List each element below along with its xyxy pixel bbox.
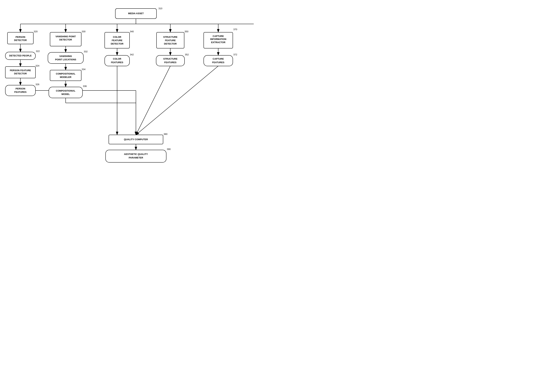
color-features-box: [105, 55, 130, 66]
capture-extractor-ref: 370: [233, 28, 237, 31]
capture-features-label2: FEATURES: [212, 61, 224, 64]
vp-detector-label: VANISHING POINT: [56, 35, 76, 38]
vp-locations-box: [48, 52, 83, 64]
person-detector-ref: 320: [34, 30, 38, 33]
person-detector-label2: DETECTOR: [14, 39, 27, 42]
color-detector-label: COLOR: [113, 36, 122, 38]
detected-people-label: DETECTED PEOPLE: [9, 54, 32, 57]
structure-features-label2: FEATURES: [164, 61, 176, 64]
person-features-label: PERSON: [16, 87, 25, 90]
person-features-ref: 326: [35, 83, 39, 86]
comp-modeler-ref: 334: [82, 68, 86, 71]
vp-detector-ref: 330: [82, 30, 86, 33]
color-features-label2: FEATURES: [111, 61, 123, 64]
aesthetic-quality-label: AESTHETIC QUALITY: [124, 153, 148, 155]
comp-model-label2: MODEL: [62, 93, 70, 95]
person-detector-label: PERSON: [16, 36, 25, 38]
comp-model-label: COMPOSITIONAL: [56, 89, 75, 92]
person-feature-detector-label: PERSON FEATURE: [10, 69, 31, 72]
quality-computer-label: QUALITY COMPUTER: [124, 138, 148, 141]
vp-detector-label2: DETECTOR: [59, 38, 72, 41]
person-features-label2: FEATURES: [14, 91, 26, 93]
comp-model-box: [49, 87, 83, 98]
vp-locations-label2: POINT LOCATIONS: [55, 58, 76, 61]
capture-features-box: [204, 55, 233, 66]
color-features-ref: 342: [130, 53, 134, 56]
color-features-label: COLOR: [113, 58, 122, 60]
media-asset-label: MEDIA ASSET: [128, 12, 144, 15]
structure-detector-ref: 350: [184, 30, 189, 33]
structure-features-ref: 352: [185, 53, 189, 56]
person-features-box: [5, 85, 35, 96]
comp-modeler-label: COMPOSITIONAL: [56, 72, 75, 75]
structure-detector-label3: DETECTOR: [164, 42, 177, 45]
aesthetic-quality-ref: 390: [167, 148, 171, 150]
person-feature-detector-label2: DETECTOR: [14, 72, 27, 75]
aesthetic-quality-label2: PARAMETER: [129, 156, 143, 159]
capture-features-ref: 372: [233, 53, 237, 56]
quality-computer-ref: 380: [164, 133, 167, 135]
structure-features-label: STRUCTURE: [163, 58, 177, 60]
capture-extractor-label3: EXTRACTOR: [211, 41, 225, 44]
capture-features-label: CAPTURE: [213, 58, 224, 60]
structure-detector-label2: FEATURE: [165, 39, 176, 42]
diagram-container: MEDIA ASSET 310 PERSON DETECTOR 320 DETE…: [0, 0, 272, 196]
comp-modeler-label2: MODELER: [60, 76, 72, 78]
color-detector-label3: DETECTOR: [111, 42, 124, 45]
aesthetic-quality-box: [106, 150, 166, 162]
color-detector-ref: 340: [130, 30, 134, 33]
color-detector-label2: FEATURE: [112, 39, 123, 42]
capture-extractor-label: CAPTURE: [213, 35, 224, 37]
structure-detector-label: STRUCTURE: [163, 36, 177, 38]
detected-people-ref: 322: [36, 50, 40, 53]
comp-modeler-box: [50, 70, 81, 81]
person-feature-detector-ref: 324: [35, 65, 39, 67]
vp-locations-label: VANISHING: [59, 55, 72, 58]
svg-line-22: [136, 66, 170, 135]
svg-line-24: [136, 66, 218, 135]
capture-extractor-label2: INFORMATION: [210, 38, 226, 41]
media-asset-ref: 310: [159, 7, 162, 10]
vp-locations-ref: 332: [84, 50, 88, 53]
comp-model-ref: 336: [83, 85, 87, 88]
structure-features-box: [156, 55, 184, 66]
